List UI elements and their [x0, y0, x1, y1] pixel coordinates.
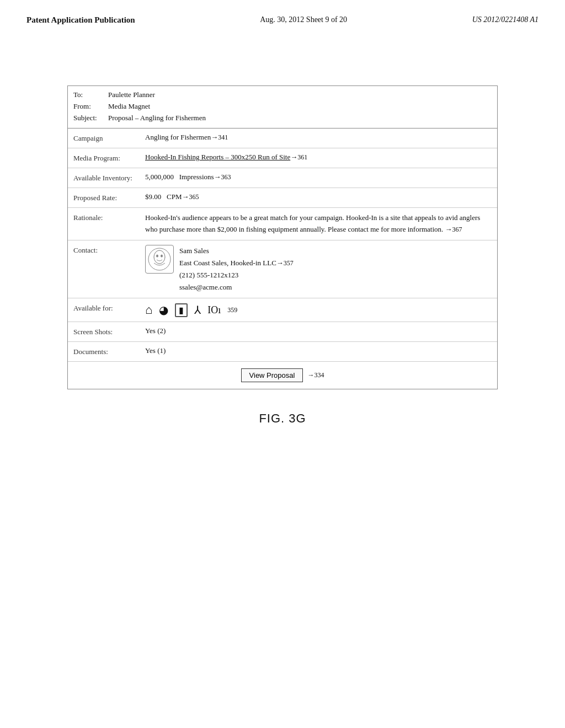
email-to-row: To: Paulette Planner [73, 89, 492, 101]
media-program-row: Media Program: Hooked-In Fishing Reports… [68, 148, 497, 168]
main-content: To: Paulette Planner From: Media Magnet … [0, 30, 565, 448]
available-inventory-row: Available Inventory: 5,000,000 Impressio… [68, 168, 497, 188]
proposed-rate-label: Proposed Rate: [73, 192, 145, 202]
contact-value: Sam Sales East Coast Sales, Hooked-in LL… [145, 245, 492, 293]
platform-icons: ⌂ ◕ ▮ ⅄ IOı 359 [145, 303, 492, 317]
available-inventory-ref: 363 [221, 173, 231, 181]
contact-ref: 357 [284, 259, 294, 267]
publication-number: US 2012/0221408 A1 [472, 15, 539, 24]
globe-icon: ◕ [159, 303, 168, 317]
contact-name: Sam Sales [179, 245, 294, 257]
proposed-rate-ref: 365 [189, 193, 199, 201]
tablet-icon: ▮ [175, 303, 188, 317]
view-proposal-ref: →334 [307, 371, 324, 379]
contact-info: Sam Sales East Coast Sales, Hooked-in LL… [179, 245, 294, 293]
screen-shots-row: Screen Shots: Yes (2) [68, 322, 497, 342]
view-proposal-button[interactable]: View Proposal [241, 368, 303, 382]
campaign-row: Campaign Angling for Fishermen→341 [68, 129, 497, 148]
email-header: To: Paulette Planner From: Media Magnet … [68, 86, 497, 129]
documents-row: Documents: Yes (1) [68, 342, 497, 362]
desktop-icon: ⌂ [145, 303, 152, 317]
rationale-row: Rationale: Hooked-In's audience appears … [68, 208, 497, 240]
contact-company: East Coast Sales, Hooked-in LLC→357 [179, 257, 294, 269]
proposed-rate-value: $9.00 CPM→365 [145, 192, 492, 201]
contact-label: Contact: [73, 245, 145, 255]
contact-email: ssales@acme.com [179, 281, 294, 293]
rationale-label: Rationale: [73, 212, 145, 222]
email-subject-row: Subject: Proposal – Angling for Fisherme… [73, 113, 492, 124]
documents-value: Yes (1) [145, 346, 492, 355]
page-header: Patent Application Publication Aug. 30, … [0, 0, 565, 30]
available-for-row: Available for: ⌂ ◕ ▮ ⅄ IOı 359 [68, 298, 497, 322]
media-program-value: Hooked-In Fishing Reports – 300x250 Run … [145, 153, 492, 162]
proposal-document: To: Paulette Planner From: Media Magnet … [67, 85, 498, 389]
contact-phone: (212) 555-1212x123 [179, 269, 294, 281]
contact-row: Contact: [68, 240, 497, 298]
campaign-ref: 341 [218, 133, 228, 141]
campaign-label: Campaign [73, 133, 145, 143]
to-value: Paulette Planner [108, 89, 155, 101]
publication-date-sheet: Aug. 30, 2012 Sheet 9 of 20 [260, 15, 347, 24]
campaign-value: Angling for Fishermen→341 [145, 133, 492, 142]
from-value: Media Magnet [108, 101, 150, 113]
from-label: From: [73, 101, 104, 113]
available-for-ref: 359 [227, 306, 237, 314]
rationale-ref: 367 [452, 226, 462, 233]
proposed-rate-row: Proposed Rate: $9.00 CPM→365 [68, 188, 497, 208]
available-for-label: Available for: [73, 303, 145, 313]
publication-title: Patent Application Publication [26, 15, 135, 25]
avatar [145, 245, 174, 274]
available-for-value: ⌂ ◕ ▮ ⅄ IOı 359 [145, 303, 492, 317]
email-from-row: From: Media Magnet [73, 101, 492, 113]
tv-icon: IOı [207, 304, 221, 316]
svg-point-0 [148, 248, 170, 270]
available-inventory-value: 5,000,000 Impressions→363 [145, 173, 492, 181]
documents-label: Documents: [73, 346, 145, 356]
subject-value: Proposal – Angling for Fishermen [108, 113, 206, 124]
subject-label: Subject: [73, 113, 104, 124]
screen-shots-label: Screen Shots: [73, 326, 145, 336]
phone-icon: ⅄ [194, 303, 201, 317]
to-label: To: [73, 89, 104, 101]
svg-point-2 [156, 254, 158, 257]
screen-shots-value: Yes (2) [145, 326, 492, 335]
media-program-label: Media Program: [73, 153, 145, 163]
media-program-ref: 361 [297, 153, 307, 161]
rationale-text: Hooked-In's audience appears to be a gre… [145, 212, 492, 235]
svg-point-3 [161, 254, 163, 257]
contact-avatar-image [147, 247, 172, 272]
available-inventory-label: Available Inventory: [73, 173, 145, 183]
figure-caption: FIG. 3G [259, 411, 306, 426]
contact-block: Sam Sales East Coast Sales, Hooked-in LL… [145, 245, 492, 293]
view-proposal-row: View Proposal →334 [68, 362, 497, 389]
